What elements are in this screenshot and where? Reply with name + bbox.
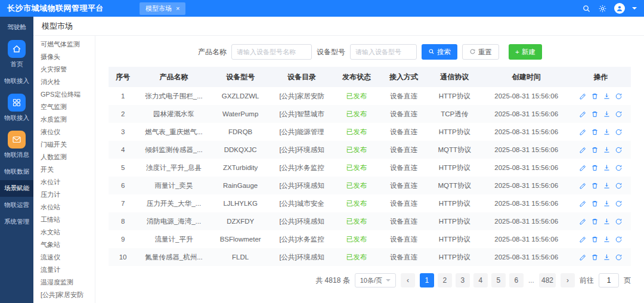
sidebar-item-home[interactable]: 首页 [0,36,33,73]
category-item[interactable]: 温湿度监测 [33,276,95,289]
download-icon[interactable] [603,128,611,136]
page-button-5[interactable]: 5 [491,273,506,287]
category-item[interactable]: 人数监测 [33,151,95,163]
search-icon[interactable] [582,4,591,13]
category-item[interactable]: 水文站 [33,226,95,239]
category-item[interactable]: 水质监测 [33,113,95,126]
sidebar-item-cockpit[interactable]: 驾驶舱 [0,19,33,36]
sync-icon[interactable] [615,200,623,208]
page-button-4[interactable]: 4 [473,273,488,287]
delete-icon[interactable] [591,182,599,190]
table-row: 9 流量计_平升 BSFlowmeter [公共]水务监控 已发布 设备直连 H… [109,230,631,248]
download-icon[interactable] [603,164,611,172]
category-item[interactable]: 门磁开关 [33,138,95,151]
category-item[interactable]: 水位计 [33,176,95,188]
table-row: 6 雨量计_奕昊 RainGauge [公共]环境感知 已发布 设备直连 MQT… [109,177,631,194]
sidebar-item-iot-message[interactable]: 物联消息 [0,126,33,163]
page-jump-input[interactable] [599,273,619,287]
next-page-button[interactable]: › [561,273,575,287]
sync-icon[interactable] [615,182,623,190]
sync-icon[interactable] [615,92,623,100]
download-icon[interactable] [603,92,611,100]
sidebar-item-iot-operation[interactable]: 物联运营 [0,197,33,214]
delete-icon[interactable] [591,110,599,118]
tab-model-market[interactable]: 模型市场 × [140,2,185,15]
delete-icon[interactable] [591,128,599,136]
reset-button[interactable]: 重置 [462,44,499,60]
sidebar-item-scene-enable[interactable]: 场景赋能 [0,180,33,197]
category-item[interactable]: 可燃气体监测 [33,38,95,51]
gear-icon[interactable] [598,4,607,13]
sidebar-item-iot-access[interactable]: 物联接入 [0,73,33,89]
edit-icon[interactable] [579,218,587,225]
delete-icon[interactable] [591,218,599,225]
download-icon[interactable] [603,236,611,243]
category-item[interactable]: 开关 [33,163,95,176]
product-name-input[interactable] [231,44,312,60]
sync-icon[interactable] [615,146,623,154]
download-icon[interactable] [603,182,611,190]
edit-icon[interactable] [579,146,587,154]
category-item[interactable]: 消火栓 [33,76,95,88]
prev-page-button[interactable]: ‹ [401,273,415,287]
page-button-2[interactable]: 2 [438,273,452,287]
edit-icon[interactable] [579,164,587,172]
category-item[interactable]: 流速仪 [33,251,95,264]
table-row: 5 浊度计_平升_息县 ZXTurbidity [公共]水务监控 已发布 设备直… [109,159,631,177]
sidebar-item-iot-data[interactable]: 物联数据 [0,163,33,180]
category-item[interactable]: 火灾报警 [33,63,95,76]
row-actions [571,110,631,118]
sync-icon[interactable] [615,218,623,225]
category-item[interactable]: 空气监测 [33,101,95,113]
download-icon[interactable] [603,110,611,118]
search-button[interactable]: 搜索 [422,44,457,60]
delete-icon[interactable] [591,200,599,208]
page-button-3[interactable]: 3 [456,273,470,287]
edit-icon[interactable] [579,92,587,100]
sync-icon[interactable] [615,128,623,136]
category-item[interactable]: [公共]家居安防 [33,289,95,301]
tab-close-icon[interactable]: × [176,5,179,12]
category-item[interactable]: 工情站 [33,214,95,226]
category-item[interactable]: 流量计 [33,264,95,276]
edit-icon[interactable] [579,253,587,261]
row-device-catalog: [公共]城市安全 [271,199,333,208]
sync-icon[interactable] [615,164,623,172]
category-item[interactable]: 摄像头 [33,51,95,63]
create-button[interactable]: + 新建 [509,44,542,60]
category-item[interactable]: 液位仪 [33,126,95,138]
page-size-select[interactable]: 10条/页 [355,273,396,287]
edit-icon[interactable] [579,182,587,190]
page-button-482[interactable]: 482 [539,273,556,287]
download-icon[interactable] [603,146,611,154]
sync-icon[interactable] [615,236,623,243]
page-button-1[interactable]: 1 [420,273,434,287]
edit-icon[interactable] [579,200,587,208]
sidebar-item-iot-access-app[interactable]: 物联接入 [0,89,33,126]
download-icon[interactable] [603,253,611,261]
delete-icon[interactable] [591,164,599,172]
edit-icon[interactable] [579,110,587,118]
sidebar-item-system-manage[interactable]: 系统管理 [0,214,33,230]
edit-icon[interactable] [579,128,587,136]
category-item[interactable]: GPS定位终端 [33,88,95,101]
category-item[interactable]: 气象站 [33,239,95,251]
download-icon[interactable] [603,218,611,225]
avatar[interactable] [614,3,625,14]
delete-icon[interactable] [591,236,599,243]
delete-icon[interactable] [591,253,599,261]
category-item[interactable]: 水位站 [33,201,95,214]
sidebar-item-label: 物联接入 [4,114,29,122]
edit-icon[interactable] [579,236,587,243]
chevron-down-icon[interactable] [632,7,637,10]
app-window: 长沙市城域物联网管理平台 模型市场 × 驾驶舱首页物联接入物联接入物联消息物联数… [0,0,644,303]
category-item[interactable]: 压力计 [33,188,95,201]
device-model-input[interactable] [350,44,417,60]
page-button-6[interactable]: 6 [509,273,524,287]
delete-icon[interactable] [591,146,599,154]
sync-icon[interactable] [615,110,623,118]
sync-icon[interactable] [615,253,623,261]
download-icon[interactable] [603,200,611,208]
delete-icon[interactable] [591,92,599,100]
row-actions [571,92,631,100]
